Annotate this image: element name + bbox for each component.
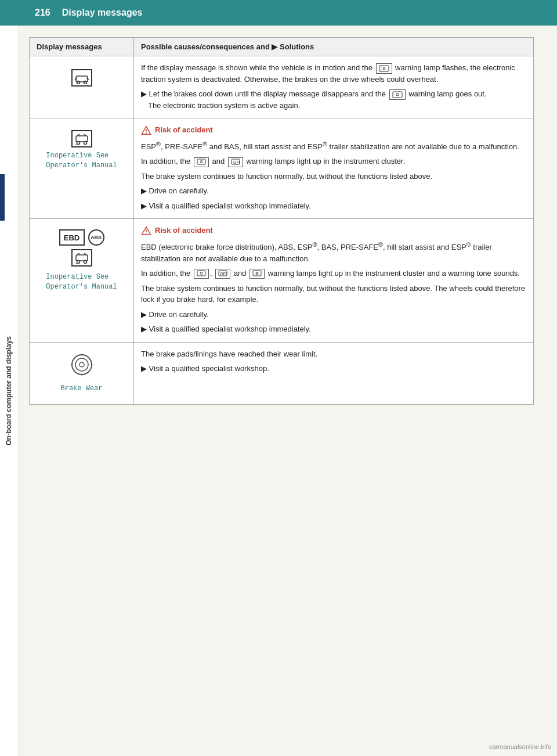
col-header-display: Display messages	[30, 38, 134, 56]
table-row: If the display message is shown while th…	[30, 56, 534, 118]
svg-point-44	[79, 362, 84, 367]
warning-lamp-2	[389, 89, 406, 100]
col-header-solutions: Possible causes/consequences and ▶ Solut…	[134, 38, 534, 56]
row1-intro: If the display message is shown while th…	[141, 62, 526, 85]
svg-point-47	[81, 373, 82, 375]
row3-ebd-text: EBD (electronic brake force distribution…	[141, 240, 526, 264]
row1-bullet1: ▶ Let the brakes cool down until the dis…	[141, 88, 526, 111]
row2-car-icon	[71, 130, 92, 147]
warning-triangle-icon-2	[141, 225, 151, 236]
row4-label: Brake Wear	[60, 384, 102, 394]
table-row: Brake Wear The brake pads/linings have r…	[30, 342, 534, 404]
row1-display	[30, 56, 134, 118]
row2-risk-header: Risk of accident	[141, 124, 526, 136]
row2-inop-label: Inoperative SeeOperator's Manual	[46, 151, 117, 171]
svg-point-43	[75, 358, 88, 371]
row3-car-icon	[71, 249, 92, 267]
svg-line-18	[75, 144, 77, 145]
row4-display: Brake Wear	[30, 342, 134, 404]
svg-rect-35	[197, 271, 205, 276]
svg-point-36	[200, 272, 202, 275]
warning-lamp-4: OFF	[228, 157, 243, 167]
ebd-icon: EBD	[59, 229, 85, 246]
row3-brake-note: The brake system continues to function n…	[141, 283, 526, 305]
row2-content: Risk of accident ESP®, PRE-SAFE® and BAS…	[134, 118, 534, 219]
svg-rect-11	[393, 92, 402, 98]
svg-line-5	[76, 84, 77, 84]
svg-point-45	[81, 354, 82, 355]
svg-rect-13	[76, 136, 88, 142]
svg-rect-26	[76, 255, 88, 261]
row3-bullet1: ▶ Drive on carefully.	[141, 309, 526, 321]
sidebar-marker	[0, 174, 5, 221]
warning-lamp-5	[194, 269, 209, 279]
row3-display: EBD ABS	[30, 219, 134, 342]
brake-wear-icon	[70, 353, 93, 380]
svg-point-8	[383, 67, 385, 70]
svg-point-21	[146, 132, 146, 133]
row4-bullet1: ▶ Visit a qualified specialist workshop.	[141, 363, 526, 375]
svg-line-9	[381, 66, 382, 67]
header-title: Display messages	[62, 8, 143, 18]
table-row: Inoperative SeeOperator's Manual Risk of…	[30, 118, 534, 219]
svg-line-31	[75, 263, 77, 264]
row3-content: Risk of accident EBD (electronic brake f…	[134, 219, 534, 342]
warning-lamp-7	[249, 269, 265, 279]
svg-point-15	[84, 142, 86, 145]
risk-label-3: Risk of accident	[155, 225, 213, 236]
row3-addition: In addition, the , OFF and warning lamps…	[141, 268, 526, 279]
sidebar-label: On-board computer and displays	[0, 26, 17, 756]
warning-lamp-1	[376, 63, 392, 74]
svg-rect-22	[197, 159, 205, 164]
svg-text:OFF: OFF	[220, 272, 227, 276]
row2-bullet1: ▶ Drive on carefully.	[141, 185, 526, 197]
row3-inop-label: Inoperative SeeOperator's Manual	[46, 272, 117, 292]
row2-bullet2: ▶ Visit a qualified specialist workshop …	[141, 200, 526, 212]
svg-text:OFF: OFF	[233, 160, 240, 164]
car-skid-icon	[71, 69, 92, 87]
row4-content: The brake pads/linings have reached thei…	[134, 342, 534, 404]
header-bar: 216 Display messages	[0, 0, 557, 26]
sidebar-label-text: On-board computer and displays	[5, 336, 13, 445]
svg-point-28	[84, 261, 86, 264]
svg-line-10	[381, 70, 382, 71]
svg-point-46	[91, 363, 92, 365]
page-number: 216	[35, 8, 50, 18]
svg-point-2	[84, 81, 86, 84]
row4-text: The brake pads/linings have reached thei…	[141, 348, 526, 360]
svg-point-27	[77, 261, 79, 264]
row2-display: Inoperative SeeOperator's Manual	[30, 118, 134, 219]
svg-point-14	[77, 142, 79, 145]
svg-point-41	[256, 273, 258, 274]
svg-point-23	[200, 160, 202, 163]
abs-icon: ABS	[88, 229, 104, 246]
row2-esp-text: ESP®, PRE-SAFE® and BAS, hill start assi…	[141, 139, 526, 153]
row2-brake-note: The brake system continues to function n…	[141, 171, 526, 182]
row3-risk-header: Risk of accident	[141, 225, 526, 236]
table-row: EBD ABS	[30, 219, 534, 342]
content-area: Display messages Possible causes/consequ…	[17, 26, 557, 416]
svg-point-48	[71, 363, 73, 365]
svg-point-42	[72, 355, 92, 375]
row3-bullet2: ▶ Visit a qualified specialist workshop …	[141, 323, 526, 335]
svg-point-34	[146, 233, 146, 233]
row2-addition: In addition, the and OFF warning lamps l…	[141, 156, 526, 167]
warning-lamp-6: OFF	[215, 269, 230, 279]
svg-point-12	[396, 93, 399, 96]
main-table: Display messages Possible causes/consequ…	[29, 37, 534, 405]
risk-label-2: Risk of accident	[155, 124, 213, 136]
warning-lamp-3	[194, 157, 209, 167]
warning-triangle-icon	[141, 125, 151, 135]
row1-content: If the display message is shown while th…	[134, 56, 534, 118]
watermark: carmanualsonline.info	[489, 743, 551, 750]
